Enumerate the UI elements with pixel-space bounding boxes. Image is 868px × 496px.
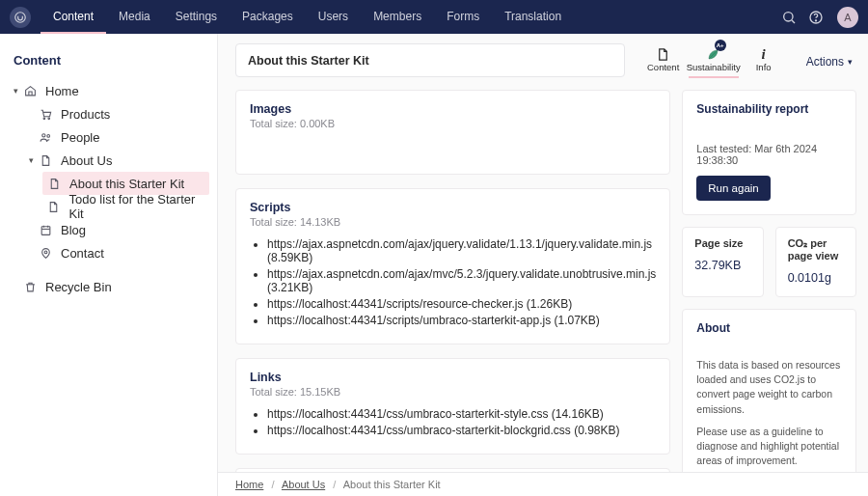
nav-packages[interactable]: Packages [230, 0, 306, 34]
tab-sustainability[interactable]: A+ Sustainability [689, 43, 739, 78]
svg-point-13 [44, 251, 47, 254]
help-icon[interactable] [802, 4, 829, 31]
cart-icon [38, 106, 53, 122]
tree-label: About this Starter Kit [69, 177, 184, 191]
user-avatar[interactable]: A [837, 7, 858, 28]
top-nav: Content Media Settings Packages Users Me… [0, 0, 868, 34]
tree-label: Home [45, 84, 79, 98]
tree-label: Recycle Bin [45, 280, 112, 294]
tree-products[interactable]: Products [23, 102, 209, 125]
svg-point-4 [815, 19, 816, 20]
svg-point-6 [47, 118, 49, 120]
resource-item: https://localhost:44341/scripts/umbraco-… [267, 314, 656, 327]
document-icon [656, 46, 670, 62]
tab-content[interactable]: Content [638, 43, 689, 78]
breadcrumb: Home / About Us / About this Starter Kit [218, 472, 868, 496]
resource-item: https://ajax.aspnetcdn.com/ajax/jquery.v… [267, 237, 656, 264]
resource-item: https://localhost:44341/css/umbraco-star… [267, 407, 656, 421]
people-icon [38, 129, 53, 145]
tree-todo[interactable]: Todo list for the Starter Kit [42, 195, 209, 218]
nav-content[interactable]: Content [41, 0, 106, 34]
about-card: About This data is based on resources lo… [682, 309, 856, 472]
scripts-panel: Scripts Total size: 14.13KB https://ajax… [235, 188, 670, 344]
panel-title: Links [250, 371, 656, 384]
nav-forms[interactable]: Forms [434, 0, 492, 34]
tree-contact[interactable]: Contact [23, 241, 209, 264]
sidebar-title: Content [14, 53, 203, 68]
stat-label: CO₂ per page view [788, 237, 844, 262]
nav-settings[interactable]: Settings [163, 0, 230, 34]
info-icon: i [762, 46, 766, 62]
sustainability-report-card: Sustainability report Last tested: Mar 6… [682, 90, 856, 215]
tree-label: About Us [61, 153, 112, 168]
svg-line-2 [792, 20, 795, 23]
app-logo[interactable] [10, 7, 31, 28]
nav-media[interactable]: Media [106, 0, 163, 34]
chevron-down-icon[interactable]: ▾ [27, 155, 36, 165]
panel-subtitle: Total size: 15.15KB [250, 386, 656, 398]
tab-label: Sustainability [687, 62, 741, 72]
tree-blog[interactable]: Blog [23, 218, 209, 241]
trash-icon [22, 279, 38, 294]
document-icon [46, 176, 62, 191]
about-text: Please use as a guideline to diagnose an… [696, 425, 842, 469]
document-icon [46, 199, 62, 214]
pin-icon [38, 245, 53, 261]
stat-value: 32.79KB [694, 259, 750, 272]
nav-users[interactable]: Users [306, 0, 361, 34]
tree-people[interactable]: People [23, 125, 209, 149]
stat-value: 0.0101g [788, 271, 844, 285]
panel-title: Scripts [250, 201, 656, 214]
svg-point-0 [15, 12, 26, 22]
nav-members[interactable]: Members [361, 0, 434, 34]
tab-info[interactable]: i Info [739, 43, 789, 78]
resource-item: https://ajax.aspnetcdn.com/ajax/mvc/5.2.… [267, 267, 656, 294]
tree-about-us[interactable]: ▾ About Us [23, 149, 209, 172]
tree-label: Contact [61, 246, 104, 261]
panel-subtitle: Total size: 0.00KB [250, 118, 656, 129]
tree-label: Blog [61, 223, 86, 237]
breadcrumb-about[interactable]: About Us [282, 479, 325, 490]
links-panel: Links Total size: 15.15KB https://localh… [235, 358, 670, 455]
tree-label: People [61, 130, 99, 145]
nav-translation[interactable]: Translation [492, 0, 574, 34]
leaf-icon [706, 46, 720, 62]
actions-menu[interactable]: Actions ▾ [800, 43, 858, 69]
tab-label: Info [756, 62, 772, 72]
last-tested: Last tested: Mar 6th 2024 19:38:30 [696, 143, 842, 166]
svg-point-8 [46, 134, 49, 137]
about-text: This data is based on resources loaded a… [696, 358, 842, 417]
run-again-button[interactable]: Run again [696, 176, 770, 201]
breadcrumb-current: About this Starter Kit [343, 479, 441, 490]
search-icon[interactable] [775, 4, 802, 31]
nav-sections: Content Media Settings Packages Users Me… [41, 0, 574, 34]
page-title[interactable]: About this Starter Kit [235, 43, 625, 77]
svg-point-5 [43, 118, 45, 120]
breadcrumb-home[interactable]: Home [235, 479, 263, 490]
svg-point-7 [41, 133, 44, 136]
about-title: About [696, 321, 842, 335]
page-size-card: Page size 32.79KB [682, 227, 763, 297]
content-tabs: Content A+ Sustainability i Info [638, 43, 789, 78]
panel-subtitle: Total size: 14.13KB [250, 216, 656, 228]
tab-label: Content [647, 62, 679, 72]
tree-recycle-bin[interactable]: Recycle Bin [8, 270, 209, 293]
co2-card: CO₂ per page view 0.0101g [775, 227, 856, 297]
sidebar: Content ▾ Home Products People ▾ [0, 34, 218, 496]
tree-label: Products [61, 107, 110, 122]
chevron-down-icon: ▾ [848, 57, 853, 67]
calendar-icon [38, 222, 53, 237]
svg-rect-9 [41, 226, 50, 234]
content-area: About this Starter Kit Content A+ Susta [218, 34, 868, 496]
svg-point-1 [784, 12, 793, 20]
tree-label: Todo list for the Starter Kit [69, 192, 209, 221]
chevron-down-icon[interactable]: ▾ [12, 86, 20, 96]
resource-item: https://localhost:44341/css/umbraco-star… [267, 424, 656, 437]
images-panel: Images Total size: 0.00KB [235, 90, 670, 175]
tree-home[interactable]: ▾ Home [8, 79, 209, 102]
document-icon [38, 152, 53, 168]
stat-label: Page size [694, 237, 750, 249]
panel-title: Images [250, 102, 656, 116]
report-title: Sustainability report [696, 102, 842, 116]
resource-item: https://localhost:44341/scripts/resource… [267, 297, 656, 311]
